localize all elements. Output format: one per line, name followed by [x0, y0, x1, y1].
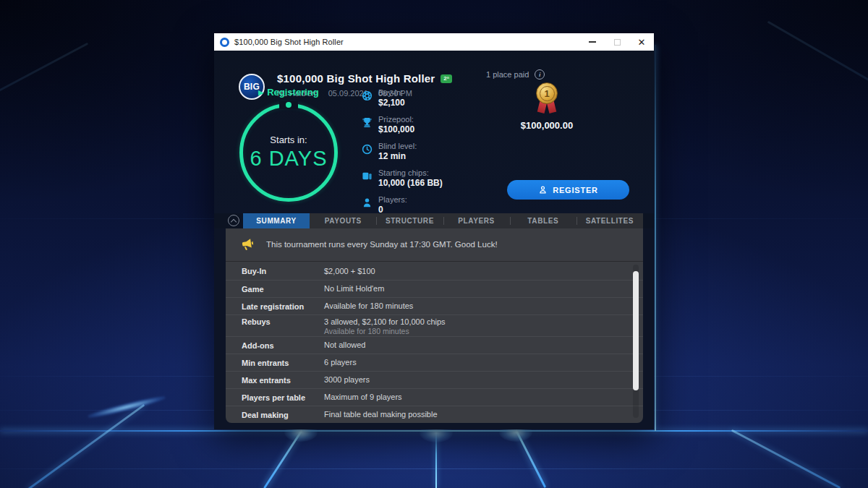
table-row: Add-ons Not allowed — [226, 336, 643, 354]
scrollbar-thumb[interactable] — [633, 271, 639, 390]
bg-grid-diagonal — [0, 43, 88, 133]
tournament-header: BIG $100,000 Big Shot High Roller 2ⁿ NL … — [214, 51, 654, 213]
table-row: Rebuys 3 allowed, $2,100 for 10,000 chip… — [226, 314, 643, 336]
bg-grid-diagonal — [767, 21, 868, 124]
tab-satellites[interactable]: SATELLITES — [576, 213, 643, 228]
register-button[interactable]: REGISTER — [507, 180, 629, 200]
table-row: Min entrants 6 players — [226, 354, 643, 371]
registration-status: ▶Registering — [239, 87, 338, 98]
tournament-window: $100,000 Big Shot High Roller ✕ BIG $100… — [214, 33, 654, 429]
maximize-button — [605, 33, 629, 51]
tab-summary[interactable]: SUMMARY — [243, 213, 310, 228]
tournament-title: $100,000 Big Shot High Roller — [277, 72, 435, 85]
first-place-medal-icon: 1 — [536, 82, 558, 116]
countdown-label: Starts in: — [270, 134, 307, 145]
clock-icon — [362, 144, 373, 155]
summary-panel: This tournament runs every Sunday at 17:… — [226, 228, 643, 423]
countdown-ring: Starts in: 6 DAYS — [239, 103, 338, 202]
collapse-panel-button[interactable] — [228, 215, 239, 226]
tab-players[interactable]: PLAYERS — [443, 213, 510, 228]
stat-starting-chips: Starting chips: 10,000 (166 BB) — [362, 168, 443, 189]
stat-buyin: Buy-in: $2,100 — [362, 88, 443, 108]
bg-grid-line — [0, 468, 868, 469]
announcement-banner: This tournament runs every Sunday at 17:… — [226, 228, 643, 262]
info-icon[interactable]: i — [535, 69, 545, 80]
bg-glow-streak — [87, 394, 166, 420]
player-icon — [362, 197, 373, 208]
table-row: Game No Limit Hold'em — [226, 280, 643, 297]
announcement-text: This tournament runs every Sunday at 17:… — [266, 240, 498, 249]
countdown-value: 6 DAYS — [250, 147, 327, 171]
table-row: Max entrants 3000 players — [226, 371, 643, 388]
minimize-button[interactable] — [580, 33, 605, 51]
window-title: $100,000 Big Shot High Roller — [234, 38, 344, 46]
first-prize-amount: $100,000.00 — [493, 120, 601, 131]
bg-grid-diagonal — [27, 404, 145, 488]
title-bar: $100,000 Big Shot High Roller ✕ — [214, 33, 654, 51]
chips-stack-icon — [362, 171, 373, 181]
register-person-icon — [538, 185, 548, 194]
stat-blind-level: Blind level: 12 min — [362, 142, 443, 162]
tab-structure[interactable]: STRUCTURE — [376, 213, 443, 228]
tab-payouts[interactable]: PAYOUTS — [310, 213, 376, 228]
tab-tables[interactable]: TABLES — [510, 213, 576, 228]
chip-icon — [362, 90, 373, 101]
close-button[interactable]: ✕ — [629, 33, 654, 51]
table-row: Late registration Available for 180 minu… — [226, 297, 643, 314]
stats-list: Buy-in: $2,100 Prizepool: $100,000 Bli — [362, 88, 443, 222]
bg-grid-vline — [655, 45, 656, 431]
bg-grid-diagonal — [731, 429, 841, 488]
places-paid-label: 1 place paid — [486, 70, 529, 79]
stat-players: Players: 0 — [362, 195, 443, 215]
stat-prizepool: Prizepool: $100,000 — [362, 115, 443, 135]
table-row: Buy-In $2,000 + $100 — [226, 262, 643, 280]
tab-bar: SUMMARY PAYOUTS STRUCTURE PLAYERS TABLES… — [214, 213, 654, 228]
status-arrow-icon: ▶ — [258, 89, 263, 96]
currency-badge: 2ⁿ — [441, 74, 452, 83]
table-row: Players per table Maximum of 9 players — [226, 388, 643, 406]
app-icon — [220, 38, 229, 47]
trophy-icon — [362, 117, 373, 128]
table-row: Deal making Final table deal making poss… — [226, 406, 643, 423]
summary-table: Buy-In $2,000 + $100 Game No Limit Hold'… — [226, 262, 643, 423]
megaphone-icon — [239, 237, 255, 252]
